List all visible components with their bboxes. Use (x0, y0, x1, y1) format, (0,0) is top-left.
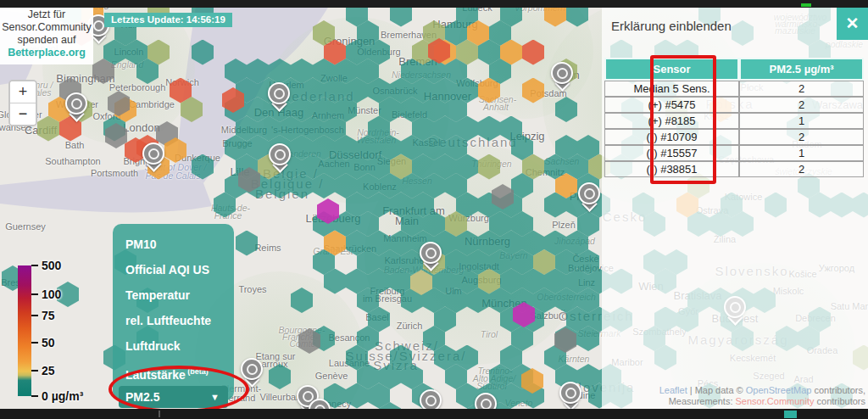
legend-gradient-bar (18, 265, 31, 396)
attribution-link-blue[interactable]: OpenStreetMap (746, 385, 812, 395)
color-scale-legend: 5001007550250 µg/m³ (0, 259, 93, 407)
map-label: Bath (65, 140, 85, 150)
cluster-icon (274, 88, 285, 99)
attribution-line-2: Measurements: Sensor.Community contribut… (659, 396, 865, 407)
bottombar-divider (159, 411, 160, 417)
legend-tick (31, 342, 38, 344)
donate-line: Jetzt für (0, 8, 93, 21)
legend-label: 500 (42, 259, 61, 272)
donate-line: Sensor.Community (0, 21, 93, 34)
map-marker[interactable] (578, 182, 600, 215)
menu-item-temperatur[interactable]: Temperatur (113, 282, 234, 308)
map-label: Portsmouth (91, 168, 138, 178)
cluster-icon (71, 98, 82, 109)
map-marker[interactable] (551, 62, 573, 94)
table-row: Median 5 Sens.2 (604, 81, 864, 97)
menu-item-luftdruck[interactable]: Luftdruck (113, 333, 234, 359)
donate-line: spenden auf (0, 34, 93, 47)
table-cell: Median 5 Sens. (604, 81, 739, 97)
betterplace-link[interactable]: Betterplace.org (0, 47, 93, 59)
table-row: (-) #107092 (604, 129, 864, 145)
chevron-down-icon: ▼ (210, 392, 220, 402)
table-cell: 1 (739, 113, 864, 129)
map-marker[interactable] (269, 143, 291, 176)
menu-item-lautst-rke[interactable]: Lautstärke (beta) (113, 359, 234, 384)
bottombar-teal-indicator (784, 411, 797, 418)
table-cell: 2 (739, 81, 864, 97)
marker-head (65, 92, 87, 115)
map-marker[interactable] (142, 142, 164, 175)
attribution-line-1: Leaflet | Map data © OpenStreetMap contr… (659, 385, 865, 396)
cluster-icon (93, 20, 104, 31)
map-label: Zürich (397, 321, 423, 331)
cluster-icon (148, 148, 159, 159)
cluster-icon (565, 388, 576, 399)
attribution-link-blue[interactable]: Leaflet (659, 385, 687, 395)
map-label: Guernsey (5, 221, 46, 232)
zoom-in-button[interactable]: + (10, 81, 36, 103)
zoom-out-button[interactable]: − (10, 103, 36, 125)
map-marker[interactable] (268, 82, 290, 115)
cluster-icon (426, 248, 437, 259)
map-label: Southampton (45, 156, 100, 166)
attribution-text: | Map data © (687, 385, 746, 395)
table-cell: (-) #15557 (604, 145, 739, 161)
cluster-icon (247, 364, 258, 375)
marker-head (269, 143, 291, 165)
marker-head (268, 82, 290, 104)
legend-tick (31, 293, 38, 295)
marker-head (420, 242, 442, 264)
table-row: (+) #81851 (604, 113, 864, 129)
attribution-text: contributors, (811, 385, 865, 395)
attribution-text: contributors (814, 396, 865, 406)
map-marker[interactable] (65, 92, 87, 125)
table-cell: 2 (739, 161, 864, 177)
cluster-icon (426, 395, 437, 406)
browser-top-bar (0, 0, 868, 8)
table-row: (-) #388512 (604, 161, 864, 177)
map-label: Tirol (481, 329, 498, 339)
menu-item-official-aqi-us[interactable]: Official AQI US (113, 257, 234, 282)
donation-box: Jetzt für Sensor.Community spenden auf B… (0, 4, 93, 64)
map-attribution: Leaflet | Map data © OpenStreetMap contr… (659, 385, 865, 407)
map-marker[interactable] (241, 358, 263, 390)
close-icon[interactable]: ✕ (837, 8, 868, 40)
marker-head (142, 142, 164, 165)
layer-dropdown-label: PM2.5 (125, 390, 159, 404)
table-cell: (-) #10709 (604, 129, 739, 145)
last-update-badge: Letztes Update: 14:56:19 (104, 13, 232, 27)
legend-tick (31, 315, 38, 316)
topbar-green-indicator (801, 3, 811, 7)
map-label: Peterborough (109, 82, 166, 92)
table-cell: 1 (739, 145, 864, 161)
map-label: Genève (315, 371, 348, 381)
table-header: Sensor (604, 58, 739, 81)
app-screen: LeedsHullLiverpoolLincolnEnglandBirmingh… (0, 0, 868, 419)
legend-label: 0 µg/m³ (42, 389, 83, 403)
browser-bottom-bar (0, 409, 868, 419)
map-label: Anhalt (483, 102, 509, 112)
legend-label: 50 (42, 336, 55, 349)
attribution-link-red[interactable]: Sensor.Community (736, 396, 815, 406)
table-row: (-) #155571 (604, 145, 864, 161)
layer-dropdown[interactable]: PM2.5 ▼ (119, 386, 228, 408)
cluster-icon (584, 188, 595, 199)
menu-item-rel-luftfeuchte[interactable]: rel. Luftfeuchte (113, 308, 234, 333)
zoom-control: + − (8, 80, 37, 126)
table-row: (+) #54752 (604, 97, 864, 113)
table-cell: (-) #38851 (604, 161, 739, 177)
map-label: Reims (254, 243, 281, 253)
legend-tick (31, 395, 38, 397)
marker-head (551, 62, 573, 84)
marker-head (241, 358, 263, 380)
map-label: Troyes (238, 284, 266, 294)
marker-head (578, 182, 600, 204)
explanation-panel: Erklärung einblenden ✕ SensorPM2.5 µg/m³… (602, 8, 868, 409)
layer-menu: PM10Official AQI USTemperaturrel. Luftfe… (113, 224, 234, 400)
cluster-icon (275, 149, 286, 160)
table-header: PM2.5 µg/m³ (739, 58, 864, 81)
attribution-text: Measurements: (669, 396, 736, 406)
map-marker[interactable] (420, 242, 442, 274)
table-cell: 2 (739, 97, 864, 113)
menu-item-pm10[interactable]: PM10 (113, 232, 234, 257)
